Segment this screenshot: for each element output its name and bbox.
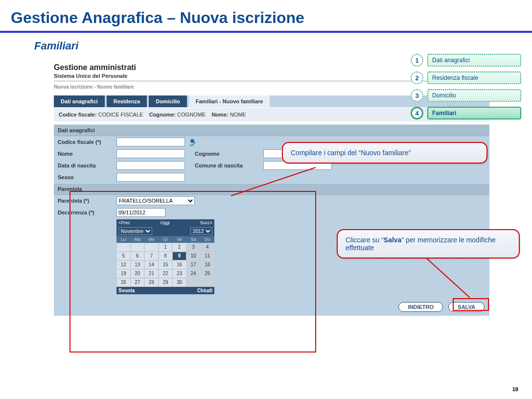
svg-line-1 [231,167,316,196]
section-subtitle: Familiari [0,40,532,52]
connector-line-1 [230,166,357,294]
nome-value: NOME [230,112,246,117]
nome-form-label: Nome [58,151,116,157]
verify-cf-icon[interactable] [188,138,197,146]
section-dati-anagrafici: Dati anagrafici [54,124,489,136]
cf-label: Codice fiscale: [59,112,97,117]
sesso-field[interactable] [116,173,185,182]
cognome-value: COGNOME [177,112,206,117]
sesso-label: Sesso [58,174,116,180]
nome-label: Nome: [211,112,228,117]
step-num: 3 [411,89,423,102]
step-num: 1 [411,54,423,67]
callout-salva-bold: Salva [384,236,402,244]
callout-compilare: Compilare i campi del “Nuovo familiare” [282,142,487,164]
cf-value: CODICE FISCALE [98,112,143,117]
codice-fiscale-label: Codice fiscale (*) [58,139,116,145]
callout-salva: Cliccare su “Salva” per memorizzare le m… [337,229,520,258]
svg-line-2 [427,258,470,298]
page-title: Gestione Anagrafica – Nuova iscrizione [0,0,532,31]
step-label: Familiari [427,107,521,119]
nome-field[interactable] [116,149,185,158]
wizard-steps: 1Dati anagrafici2Residenza fiscale3Domic… [411,54,521,124]
title-underline [0,31,532,33]
step-1[interactable]: 1Dati anagrafici [411,54,521,67]
page-number: 18 [512,386,518,392]
step-3[interactable]: 3Domicilio [411,89,521,102]
data-nascita-field[interactable] [116,161,185,170]
tab-1[interactable]: Residenza [107,95,147,107]
step-label: Residenza fiscale [427,71,521,84]
tab-2[interactable]: Domicilio [149,95,187,107]
svg-point-0 [190,139,194,143]
codice-fiscale-field[interactable] [116,138,185,146]
step-num: 2 [411,71,423,84]
cognome-form-label: Cognome [195,151,263,157]
data-nascita-label: Data di nascita [58,163,116,168]
step-label: Domicilio [427,89,521,102]
step-num: 4 [411,107,423,119]
step-2[interactable]: 2Residenza fiscale [411,71,521,84]
step-4[interactable]: 4Familiari [411,107,521,119]
connector-line-2 [426,258,485,306]
tab-3[interactable]: Familiari - Nuovo familiare [189,95,270,107]
tab-0[interactable]: Dati anagrafici [54,95,105,107]
step-label: Dati anagrafici [427,54,521,67]
cognome-label: Cognome: [149,112,176,117]
